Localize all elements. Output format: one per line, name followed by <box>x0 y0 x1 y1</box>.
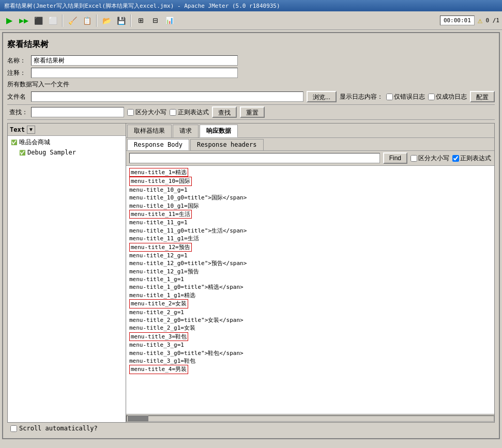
list-item: menu-title_11=生活 <box>129 210 491 219</box>
list-item: menu-title_2_g=1 <box>129 308 491 316</box>
search-input[interactable] <box>31 107 124 117</box>
list-item: menu-title_4=男装 <box>129 365 491 374</box>
list-item: menu-title_10=国际 <box>129 177 491 186</box>
run-count: 0 /1 <box>486 17 500 24</box>
scroll-auto-checkbox[interactable] <box>10 425 17 432</box>
errors-only-label[interactable]: 仅错误日志 <box>386 92 425 101</box>
tree-item-vipshop[interactable]: ✅ 唯品会商城 <box>9 137 125 148</box>
tab-sampler[interactable]: 取样器结果 <box>127 125 172 137</box>
errors-only-checkbox[interactable] <box>386 94 393 100</box>
horizontal-scrollbar[interactable] <box>126 414 494 422</box>
tree-item-debug-icon: ✅ <box>19 150 25 156</box>
bottom-bar: Scroll automatically? <box>7 423 495 434</box>
list-item: menu-title_1_g0=title">精选</span> <box>129 283 491 291</box>
tree-item-vipshop-icon: ✅ <box>11 140 17 145</box>
list-item: menu-title_2=女装 <box>129 299 491 308</box>
title-text: 察看结果树(Jmeter写入结果到Excel(脚本结果写入excel.jmx) … <box>4 2 280 10</box>
tree-panel: Text ▼ ✅ 唯品会商城 ✅ Debug Sampler <box>7 123 126 423</box>
comment-label: 注释： <box>7 69 28 78</box>
tree-dropdown-btn[interactable]: ▼ <box>27 126 35 134</box>
separator-3 <box>130 14 131 27</box>
start-no-pause-button[interactable]: ▶▶ <box>17 14 31 27</box>
list-item: menu-title_3_g0=title">鞋包</span> <box>129 349 491 357</box>
reset-button[interactable]: 重置 <box>240 106 265 118</box>
results-regex[interactable]: 正则表达式 <box>452 154 491 163</box>
list-item: menu-title_1_g=1 <box>129 275 491 283</box>
start-button[interactable]: ▶ <box>3 14 16 27</box>
stop-button[interactable]: ⬛ <box>32 14 45 27</box>
display-log-label: 显示日志内容： <box>340 92 383 101</box>
clear-button[interactable]: 🧹 <box>66 14 79 27</box>
write-all-row: 所有数据写入一个文件 <box>7 80 495 89</box>
expand-button[interactable]: ⊞ <box>134 14 147 27</box>
list-item: menu-title_12_g=1 <box>129 252 491 259</box>
results-search-bar: Find 区分大小写 正则表达式 <box>126 151 494 166</box>
main-panel: 察看结果树 名称： 注释： 所有数据写入一个文件 文件名 浏览... 显示日志内… <box>2 32 500 439</box>
content-area: Text ▼ ✅ 唯品会商城 ✅ Debug Sampler 取样器结果 <box>7 123 495 423</box>
tab-request[interactable]: 请求 <box>173 125 199 137</box>
write-all-label: 所有数据写入一个文件 <box>7 80 69 89</box>
tree-item-debug-label: Debug Sampler <box>27 149 76 156</box>
title-bar: 察看结果树(Jmeter写入结果到Excel(脚本结果写入excel.jmx) … <box>0 0 502 11</box>
case-sensitive-label[interactable]: 区分大小写 <box>127 108 166 117</box>
name-input[interactable] <box>31 55 238 66</box>
search-label: 查找： <box>9 108 28 117</box>
list-item: menu-title_11_g0=title">生活</span> <box>129 227 491 235</box>
results-case-sensitive-checkbox[interactable] <box>410 155 417 162</box>
results-find-button[interactable]: Find <box>383 152 407 164</box>
content-text-area[interactable]: menu-title_1=精选menu-title_10=国际menu-titl… <box>126 166 494 414</box>
list-item: menu-title_11_g=1 <box>129 219 491 226</box>
success-only-checkbox[interactable] <box>428 94 435 100</box>
main-tabs-row: 取样器结果 请求 响应数据 <box>126 123 494 138</box>
tree-item-vipshop-label: 唯品会商城 <box>19 138 50 147</box>
search-bar: 查找： 区分大小写 正则表达式 查找 重置 <box>7 104 495 120</box>
log-button[interactable]: 📊 <box>163 14 176 27</box>
list-item: menu-title_10_g0=title">国际</span> <box>129 194 491 202</box>
elapsed-time: 00:00:01 <box>440 16 475 25</box>
case-sensitive-checkbox[interactable] <box>127 109 134 116</box>
collapse-button[interactable]: ⊟ <box>148 14 162 27</box>
list-item: menu-title_10_g1=国际 <box>129 202 491 210</box>
list-item: menu-title_3_g1=鞋包 <box>129 357 491 365</box>
templates-button[interactable]: 📋 <box>80 14 94 27</box>
tab-response[interactable]: 响应数据 <box>200 125 238 137</box>
tab-response-body[interactable]: Response Body <box>127 139 189 150</box>
results-panel: 取样器结果 请求 响应数据 Response Body Response hea… <box>126 123 495 423</box>
file-input[interactable] <box>31 91 303 102</box>
tab-response-headers[interactable]: Response headers <box>190 139 264 150</box>
results-case-sensitive[interactable]: 区分大小写 <box>410 154 449 163</box>
list-item: menu-title_2_g0=title">女装</span> <box>129 316 491 324</box>
name-row: 名称： <box>7 55 495 66</box>
open-button[interactable]: 📂 <box>100 14 113 27</box>
list-item: menu-title_1=精选 <box>129 168 491 177</box>
tree-header: Text ▼ <box>8 123 126 136</box>
results-regex-checkbox[interactable] <box>452 155 459 162</box>
list-item: menu-title_3_g=1 <box>129 341 491 349</box>
tree-content: ✅ 唯品会商城 ✅ Debug Sampler <box>8 136 126 422</box>
regex-label[interactable]: 正则表达式 <box>170 108 209 117</box>
list-item: menu-title_12_g0=title">预告</span> <box>129 259 491 267</box>
config-button[interactable]: 配置 <box>470 91 495 102</box>
tree-item-debug[interactable]: ✅ Debug Sampler <box>17 148 125 157</box>
body-tabs-row: Response Body Response headers <box>126 138 494 151</box>
warning-icon: ⚠ <box>478 16 483 25</box>
browse-button[interactable]: 浏览... <box>307 91 337 102</box>
file-label: 文件名 <box>7 92 28 101</box>
results-search-input[interactable] <box>129 153 380 163</box>
shutdown-button[interactable]: ⬜ <box>46 14 59 27</box>
name-label: 名称： <box>7 56 28 65</box>
find-button[interactable]: 查找 <box>212 106 237 118</box>
list-item: menu-title_10_g=1 <box>129 186 491 194</box>
save-button[interactable]: 💾 <box>114 14 128 27</box>
comment-input[interactable] <box>31 68 238 78</box>
separator-2 <box>96 14 97 27</box>
toolbar: ▶ ▶▶ ⬛ ⬜ 🧹 📋 📂 💾 ⊞ ⊟ 📊 00:00:01 ⚠ 0 /1 <box>0 11 502 30</box>
comment-row: 注释： <box>7 68 495 78</box>
list-item: menu-title_2_g1=女装 <box>129 324 491 332</box>
separator-1 <box>62 14 63 27</box>
tree-header-label: Text <box>10 126 25 133</box>
regex-checkbox[interactable] <box>170 109 176 116</box>
list-item: menu-title_11_g1=生活 <box>129 235 491 242</box>
scroll-auto-label: Scroll automatically? <box>19 425 98 432</box>
success-only-label[interactable]: 仅成功日志 <box>428 92 467 101</box>
